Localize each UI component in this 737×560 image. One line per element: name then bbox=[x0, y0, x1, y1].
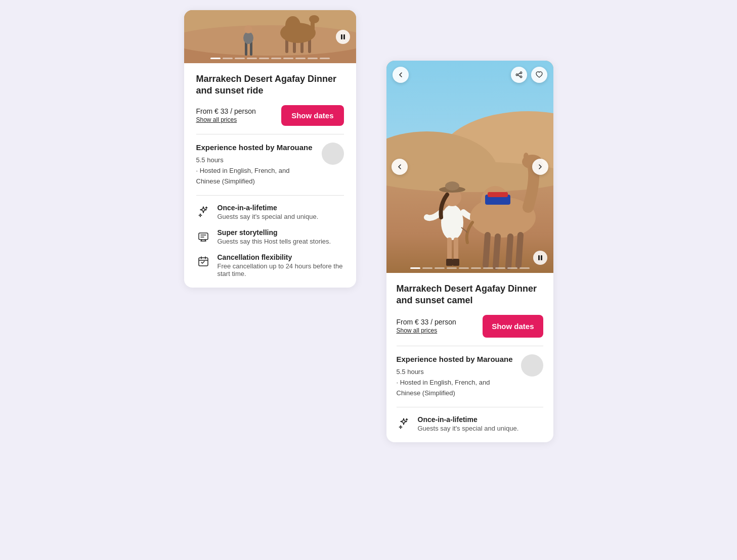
svg-point-2 bbox=[184, 25, 356, 56]
right-card: Marrakech Desert Agafay Dinner and sunse… bbox=[386, 61, 553, 442]
price-row: From € 33 / person Show all prices Show … bbox=[196, 105, 344, 126]
show-all-prices-link[interactable]: Show all prices bbox=[196, 116, 256, 123]
svg-point-10 bbox=[309, 15, 319, 23]
left-card-body: Marrakech Desert Agafay Dinner and sunse… bbox=[184, 63, 356, 288]
svg-rect-30 bbox=[446, 259, 453, 266]
left-card-image bbox=[184, 10, 356, 63]
svg-point-8 bbox=[285, 16, 300, 34]
right-feature-title-once: Once-in-a-lifetime bbox=[418, 415, 519, 424]
right-feature-desc-once: Guests say it's special and unique. bbox=[418, 425, 519, 432]
price-info: From € 33 / person Show all prices bbox=[196, 107, 256, 123]
svg-point-24 bbox=[441, 205, 463, 240]
right-divider-2 bbox=[397, 407, 543, 407]
right-price-row: From € 33 / person Show all prices Show … bbox=[397, 315, 543, 338]
right-feature-text-once: Once-in-a-lifetime Guests say it's speci… bbox=[418, 415, 519, 432]
divider-2 bbox=[196, 195, 344, 196]
host-info: Experience hosted by Marouane 5.5 hours … bbox=[196, 143, 316, 187]
pause-button[interactable] bbox=[336, 30, 350, 44]
price-text: From € 33 / person bbox=[196, 107, 256, 115]
svg-rect-42 bbox=[538, 255, 540, 260]
feature-item-cancel: Cancellation flexibility Free cancellati… bbox=[196, 253, 344, 277]
svg-point-27 bbox=[445, 181, 459, 191]
right-feature-list: Once-in-a-lifetime Guests say it's speci… bbox=[397, 415, 543, 432]
share-button[interactable] bbox=[511, 67, 527, 83]
host-avatar bbox=[322, 143, 344, 165]
feature-item-story: Super storytelling Guests say this Host … bbox=[196, 228, 344, 245]
left-card: Marrakech Desert Agafay Dinner and sunse… bbox=[184, 10, 356, 288]
show-dates-button[interactable]: Show dates bbox=[281, 105, 343, 126]
svg-rect-17 bbox=[199, 233, 208, 240]
svg-rect-43 bbox=[541, 255, 542, 260]
top-actions bbox=[511, 67, 547, 83]
feature-desc-cancel: Free cancellation up to 24 hours before … bbox=[218, 262, 344, 277]
feature-title-once: Once-in-a-lifetime bbox=[218, 204, 319, 212]
right-divider-1 bbox=[397, 346, 543, 346]
feature-desc-story: Guests say this Host tells great stories… bbox=[218, 238, 331, 245]
svg-point-35 bbox=[524, 153, 529, 161]
svg-rect-16 bbox=[343, 34, 345, 39]
svg-point-13 bbox=[243, 32, 253, 44]
host-duration: 5.5 hours bbox=[196, 155, 316, 166]
left-card-title: Marrakech Desert Agafay Dinner and sunse… bbox=[196, 73, 344, 97]
next-image-button[interactable] bbox=[532, 159, 548, 175]
host-languages: · Hosted in English, French, and Chinese… bbox=[196, 166, 316, 187]
feature-title-story: Super storytelling bbox=[218, 228, 331, 237]
svg-rect-31 bbox=[453, 259, 459, 266]
feature-text-cancel: Cancellation flexibility Free cancellati… bbox=[218, 253, 344, 277]
svg-point-41 bbox=[516, 74, 518, 76]
feature-text-once: Once-in-a-lifetime Guests say it's speci… bbox=[218, 204, 319, 220]
favorite-button[interactable] bbox=[531, 67, 547, 83]
image-dots bbox=[184, 58, 356, 59]
sparkle-icon bbox=[196, 205, 210, 219]
storytelling-icon bbox=[196, 229, 210, 244]
host-title: Experience hosted by Marouane bbox=[196, 143, 316, 153]
right-host-title: Experience hosted by Marouane bbox=[397, 354, 515, 364]
right-host-info: Experience hosted by Marouane 5.5 hours … bbox=[397, 354, 515, 399]
calendar-icon bbox=[196, 254, 210, 268]
right-sparkle-icon bbox=[397, 416, 411, 431]
right-card-title: Marrakech Desert Agafay Dinner and sunse… bbox=[397, 283, 543, 307]
feature-list: Once-in-a-lifetime Guests say it's speci… bbox=[196, 204, 344, 277]
right-feature-item-once: Once-in-a-lifetime Guests say it's speci… bbox=[397, 415, 543, 432]
host-section: Experience hosted by Marouane 5.5 hours … bbox=[196, 143, 344, 187]
left-card-image-bg bbox=[184, 10, 356, 63]
svg-rect-38 bbox=[488, 192, 508, 197]
svg-point-40 bbox=[520, 76, 522, 78]
right-image-dots bbox=[386, 267, 553, 269]
right-card-image bbox=[386, 61, 553, 273]
feature-title-cancel: Cancellation flexibility bbox=[218, 253, 344, 261]
right-price-text: From € 33 / person bbox=[397, 318, 456, 326]
right-host-duration: 5.5 hours bbox=[397, 367, 515, 378]
svg-rect-15 bbox=[341, 34, 342, 39]
feature-text-story: Super storytelling Guests say this Host … bbox=[218, 228, 331, 245]
right-host-section: Experience hosted by Marouane 5.5 hours … bbox=[397, 354, 543, 399]
feature-item-once: Once-in-a-lifetime Guests say it's speci… bbox=[196, 204, 344, 220]
svg-point-14 bbox=[244, 25, 252, 33]
back-button[interactable] bbox=[393, 67, 409, 83]
divider-1 bbox=[196, 134, 344, 134]
right-price-info: From € 33 / person Show all prices bbox=[397, 318, 456, 334]
feature-desc-once: Guests say it's special and unique. bbox=[218, 213, 319, 220]
prev-image-button[interactable] bbox=[392, 159, 408, 175]
right-host-avatar bbox=[521, 354, 543, 377]
right-show-all-prices-link[interactable]: Show all prices bbox=[397, 327, 456, 334]
right-show-dates-button[interactable]: Show dates bbox=[483, 315, 543, 338]
right-card-body: Marrakech Desert Agafay Dinner and sunse… bbox=[386, 273, 553, 442]
right-host-languages: · Hosted in English, French, and Chinese… bbox=[397, 378, 515, 399]
pause-button-right[interactable] bbox=[533, 251, 547, 265]
svg-point-39 bbox=[520, 72, 522, 74]
